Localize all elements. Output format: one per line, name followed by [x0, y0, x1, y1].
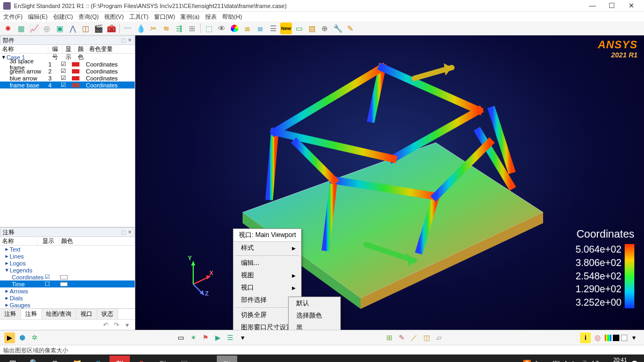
annot-group[interactable]: ▸Gauges [0, 301, 135, 308]
col-show[interactable]: 显示 [62, 45, 75, 53]
tray-up-icon[interactable]: ^ [535, 360, 538, 363]
task-app-zy[interactable]: ZY [109, 356, 130, 362]
start-button[interactable]: ⊞ [2, 356, 23, 362]
bt-cart-icon[interactable]: ⊞ [384, 333, 395, 343]
menu-view[interactable]: 视图(V) [104, 13, 124, 21]
panel-close-icon[interactable]: ✕ [128, 230, 132, 235]
bt-line-icon[interactable]: ／ [409, 333, 420, 343]
annot-group[interactable]: ▸Lines [0, 253, 135, 260]
menu-create[interactable]: 创建(C) [53, 13, 73, 21]
dropdown-icon[interactable]: ▾ [123, 321, 131, 329]
annot-group[interactable]: ▸Logos [0, 260, 135, 267]
tool-list-icon[interactable]: ☰ [267, 23, 279, 34]
tool-sphere-icon[interactable] [229, 23, 240, 34]
task-taskview-icon[interactable]: ⧉ [45, 356, 65, 362]
task-app1-icon[interactable]: ◧ [152, 356, 173, 362]
tool-wave-icon[interactable]: ≋ [160, 23, 172, 34]
ctx-item[interactable]: 样式▶ [233, 242, 301, 254]
menu-edit[interactable]: 编辑(E) [28, 13, 48, 21]
bt-gradient-icon[interactable] [605, 335, 611, 341]
tool-layers1-icon[interactable]: ≣ [241, 23, 253, 34]
tray-vol-icon[interactable]: 🔊 [581, 360, 587, 363]
panel-close-icon[interactable]: ✕ [128, 38, 132, 43]
annot-group[interactable]: ▸Dials [0, 294, 135, 301]
tool-scissors-icon[interactable]: ✂ [148, 23, 159, 34]
tool-target-icon[interactable]: ◎ [41, 23, 53, 34]
bt-black-icon[interactable] [613, 335, 619, 341]
bt-target2-icon[interactable]: ◎ [592, 333, 603, 343]
part-row[interactable]: blue arrow3☑Coordinates [0, 75, 135, 82]
tool-new-icon[interactable]: New [280, 23, 292, 34]
tool-image-icon[interactable]: ▧ [306, 23, 318, 34]
bt-white-icon[interactable] [621, 335, 627, 341]
tool-crosshair-icon[interactable]: ⊕ [319, 23, 331, 34]
annot-tree[interactable]: ▸Text▸Lines▸Logos▾LegendsCoordinates☑Tim… [0, 246, 135, 308]
col-id[interactable]: 编号 [48, 45, 62, 53]
tab-annot1[interactable]: 注释 [0, 309, 21, 319]
bt-gear-icon[interactable]: ✲ [29, 333, 40, 343]
col-colorvar[interactable]: 着色变量 [87, 45, 135, 53]
tool-brush-icon[interactable]: ✸ [2, 23, 14, 34]
task-ensight-icon[interactable]: EN [217, 356, 237, 362]
bt-menu-icon[interactable]: ☰ [225, 333, 236, 343]
tab-plot[interactable]: 绘图/查询 [42, 309, 76, 319]
context-submenu[interactable]: 默认选择颜色黑白图片... [288, 297, 341, 330]
tray-clock[interactable]: 20:412021/5/26 [603, 357, 627, 362]
ctx-sub-item[interactable]: 黑 [289, 322, 340, 330]
tool-cube-icon[interactable]: ⬚ [203, 23, 215, 34]
acol-color[interactable]: 颜色 [59, 237, 135, 245]
tray-wifi-icon[interactable]: ⚞ [572, 360, 576, 363]
tool-arrows-icon[interactable]: ⇶ [173, 23, 185, 34]
col-color[interactable]: 颜色 [75, 45, 87, 53]
parts-tree[interactable]: ▾Case 1 3d space frame1☑Coordinatesgreen… [0, 54, 135, 227]
task-explorer-icon[interactable]: 📁 [67, 356, 87, 362]
bt-drop-icon[interactable]: ▾ [237, 333, 248, 343]
tray-cloud-icon[interactable]: ☁ [542, 360, 547, 363]
col-name[interactable]: 名称 [0, 45, 48, 53]
bt-drop2-icon[interactable]: ▾ [629, 333, 640, 343]
task-edge-icon[interactable]: ◉ [88, 356, 108, 362]
bt-plane-icon[interactable]: ▱ [434, 333, 444, 343]
tool-window-icon[interactable]: ▭ [293, 23, 305, 34]
annot-group[interactable]: ▾Legends [0, 267, 135, 274]
panel-float-icon[interactable]: ⬚ [121, 38, 126, 43]
tool-curve-icon[interactable]: 〰 [122, 23, 134, 34]
menu-tools[interactable]: 工具(T) [129, 13, 149, 21]
tray-sogou-icon[interactable]: S [523, 360, 531, 363]
tool-clapper-icon[interactable]: 🎬 [92, 23, 104, 34]
part-row[interactable]: frame base4☑Coordinates [0, 82, 135, 88]
menu-window[interactable]: 窗口(W) [154, 13, 175, 21]
task-terminal-icon[interactable]: ▪ [195, 356, 216, 362]
task-record-icon[interactable]: ⏺ [131, 356, 151, 362]
minimize-button[interactable]: — [583, 1, 602, 11]
ctx-item[interactable]: 视图▶ [233, 269, 301, 282]
annot-item[interactable]: Time☐ [0, 280, 135, 287]
tab-annot2[interactable]: 注释 [21, 309, 42, 319]
tool-eye-icon[interactable]: 👁 [216, 23, 228, 34]
menu-case[interactable]: 案例(a) [180, 13, 199, 21]
annot-group[interactable]: ▸Arrows [0, 287, 135, 294]
menu-help[interactable]: 帮助(H) [222, 13, 242, 21]
tool-drops-icon[interactable]: 💧 [135, 23, 147, 34]
tab-status[interactable]: 状态 [97, 309, 118, 319]
bt-pencil-icon[interactable]: ✎ [397, 333, 407, 343]
ctx-sub-item[interactable]: 选择颜色 [289, 309, 340, 322]
bt-play2-icon[interactable]: ▶ [213, 333, 223, 343]
part-row[interactable]: 3d space frame1☑Coordinates [0, 61, 135, 68]
bt-sel-icon[interactable]: ◫ [421, 333, 432, 343]
tool-toolbox-icon[interactable]: 🧰 [105, 23, 117, 34]
bt-spark-icon[interactable]: ✶ [188, 333, 199, 343]
menu-report[interactable]: 报表 [205, 13, 217, 21]
panel-float-icon[interactable]: ⬚ [121, 230, 126, 235]
tool-box-icon[interactable]: ▣ [54, 23, 65, 34]
tool-wand-icon[interactable]: ✎ [345, 23, 356, 34]
ctx-item[interactable]: 编辑... [233, 257, 301, 269]
ctx-sub-item[interactable]: 默认 [289, 297, 340, 309]
tray-notif-icon[interactable]: 💬 [631, 360, 638, 363]
tool-wrench-icon[interactable]: 🔧 [332, 23, 343, 34]
task-search-icon[interactable]: 🔍 [24, 356, 44, 362]
acol-name[interactable]: 名称 [0, 237, 38, 245]
tool-grid-icon[interactable]: ⊞ [186, 23, 198, 34]
ctx-item[interactable]: 视口▶ [233, 282, 301, 294]
tool-layers2-icon[interactable]: ≣ [254, 23, 266, 34]
